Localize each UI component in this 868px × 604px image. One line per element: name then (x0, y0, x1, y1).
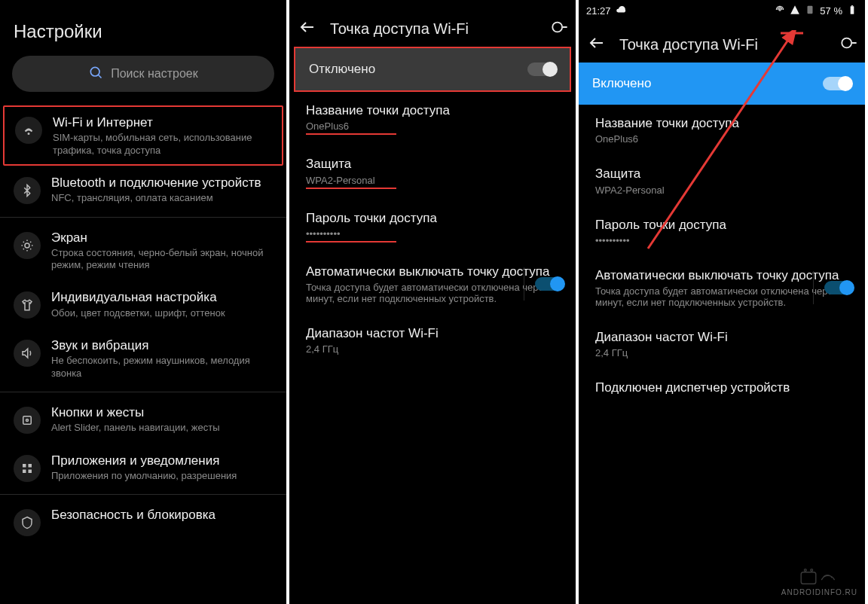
status-time: 21:27 (586, 5, 611, 17)
signal-icon (790, 5, 800, 17)
setting-row[interactable]: Подключен диспетчер устройств (579, 369, 865, 406)
settings-list: Wi-Fi и ИнтернетSIM-карты, мобильная сет… (0, 105, 286, 545)
setting-title: Диапазон частот Wi-Fi (595, 329, 848, 345)
svg-rect-15 (851, 5, 853, 6)
setting-title: Пароль точки доступа (306, 210, 559, 226)
item-subtitle: Обои, цвет подсветки, шрифт, оттенок (51, 307, 270, 319)
setting-value: WPA2-Personal (595, 185, 848, 196)
hotspot-settings-list: Название точки доступаOnePlus6ЗащитаWPA2… (289, 92, 576, 365)
setting-value: OnePlus6 (595, 133, 848, 145)
search-icon (88, 65, 103, 83)
hotspot-toggle[interactable] (823, 77, 851, 90)
settings-item-apps[interactable]: Приложения и уведомленияПриложения по ум… (0, 444, 286, 492)
setting-title: Диапазон частот Wi-Fi (306, 325, 559, 341)
svg-point-4 (26, 419, 29, 421)
auto-off-toggle[interactable] (824, 281, 853, 294)
svg-rect-6 (29, 464, 32, 468)
item-subtitle: Строка состояния, черно-белый экран, ноч… (51, 247, 270, 272)
cloud-icon (616, 5, 626, 17)
svg-point-2 (25, 243, 29, 248)
buttons-icon (14, 407, 41, 434)
apps-icon (14, 455, 41, 482)
battery-text: 57 % (820, 5, 842, 17)
svg-rect-3 (23, 416, 32, 425)
search-placeholder: Поиск настроек (111, 67, 198, 81)
setting-title: Название точки доступа (595, 115, 848, 131)
item-title: Wi-Fi и Интернет (53, 115, 268, 130)
appbar: Точка доступа Wi-Fi (579, 23, 865, 63)
setting-row[interactable]: ЗащитаWPA2-Personal (289, 145, 576, 199)
item-title: Индивидуальная настройка (51, 290, 270, 305)
appbar-title: Точка доступа Wi-Fi (619, 36, 826, 53)
search-wrap: Поиск настроек (0, 56, 286, 105)
settings-item-wifi[interactable]: Wi-Fi и ИнтернетSIM-карты, мобильная сет… (5, 107, 282, 164)
svg-point-0 (91, 67, 100, 76)
svg-point-22 (805, 569, 807, 572)
setting-row[interactable]: Название точки доступаOnePlus6 (579, 105, 865, 155)
setting-row[interactable]: Автоматически выключать точку доступаТоч… (289, 253, 576, 315)
settings-item-brightness[interactable]: ЭкранСтрока состояния, черно-белый экран… (0, 221, 286, 281)
svg-line-1 (99, 75, 102, 78)
svg-rect-21 (802, 572, 817, 584)
setting-row[interactable]: Пароль точки доступа•••••••••• (289, 200, 576, 253)
settings-item-security[interactable]: Безопасность и блокировка (0, 498, 286, 545)
settings-item-buttons[interactable]: Кнопки и жестыAlert Slider, панель навиг… (0, 395, 286, 444)
search-icon[interactable] (839, 35, 856, 54)
hotspot-toggle[interactable] (527, 63, 556, 76)
svg-line-18 (852, 41, 857, 45)
svg-point-17 (840, 36, 854, 50)
hotspot-settings-list: Название точки доступаOnePlus6ЗащитаWPA2… (579, 105, 865, 407)
svg-point-23 (811, 569, 813, 572)
settings-item-bluetooth[interactable]: Bluetooth и подключение устройствNFC, тр… (0, 166, 286, 214)
appbar-title: Точка доступа Wi-Fi (330, 20, 536, 38)
settings-item-shirt[interactable]: Индивидуальная настройкаОбои, цвет подсв… (0, 280, 286, 328)
hotspot-toggle-row[interactable]: Включено (579, 63, 865, 105)
item-title: Безопасность и блокировка (51, 508, 270, 523)
search-icon[interactable] (550, 19, 567, 38)
item-title: Приложения и уведомления (51, 453, 270, 468)
setting-value: 2,4 ГГц (306, 343, 559, 355)
panel-hotspot-on: 21:27 57 % Точка доступа Wi-Fi Включено … (579, 0, 868, 604)
back-icon[interactable] (588, 34, 606, 55)
setting-title: Пароль точки доступа (595, 217, 848, 233)
settings-item-sound[interactable]: Звук и вибрацияНе беспокоить, режим науш… (0, 328, 286, 389)
setting-row[interactable]: Диапазон частот Wi-Fi2,4 ГГц (579, 319, 865, 369)
item-subtitle: NFC, трансляция, оплата касанием (51, 192, 270, 204)
hotspot-toggle-row[interactable]: Отключено (294, 47, 571, 92)
setting-value: •••••••••• (306, 228, 559, 239)
setting-row[interactable]: Название точки доступаOnePlus6 (289, 92, 576, 145)
setting-row[interactable]: Пароль точки доступа•••••••••• (579, 206, 865, 257)
hotspot-icon (775, 5, 785, 17)
item-title: Bluetooth и подключение устройств (51, 175, 270, 191)
setting-row[interactable]: ЗащитаWPA2-Personal (579, 155, 865, 206)
page-title: Настройки (0, 0, 286, 56)
toggle-label: Включено (592, 76, 651, 91)
sound-icon (14, 340, 41, 367)
svg-line-11 (563, 25, 567, 29)
setting-value: 2,4 ГГц (595, 347, 848, 358)
toggle-label: Отключено (309, 62, 375, 77)
setting-row[interactable]: Диапазон частот Wi-Fi2,4 ГГц (289, 315, 576, 365)
svg-rect-5 (23, 464, 26, 468)
no-sim-icon (805, 5, 815, 17)
setting-title: Название точки доступа (306, 102, 559, 118)
item-subtitle: SIM-карты, мобильная сеть, использование… (53, 132, 268, 157)
setting-title: Защита (306, 156, 559, 172)
svg-point-10 (551, 20, 564, 34)
brightness-icon (14, 232, 41, 259)
auto-off-toggle[interactable] (535, 277, 564, 291)
item-subtitle: Alert Slider, панель навигации, жесты (51, 422, 270, 434)
setting-row[interactable]: Автоматически выключать точку доступаТоч… (579, 257, 865, 319)
search-input[interactable]: Поиск настроек (12, 56, 274, 92)
watermark: ANDROIDINFO.RU (781, 564, 857, 596)
back-icon[interactable] (298, 18, 316, 39)
wifi-icon (15, 117, 42, 144)
setting-title: Подключен диспетчер устройств (595, 380, 848, 395)
watermark-text: ANDROIDINFO.RU (781, 588, 857, 596)
shirt-icon (14, 291, 41, 319)
svg-rect-13 (808, 6, 813, 14)
annotation-underline (306, 241, 396, 243)
security-icon (14, 509, 41, 536)
battery-icon (847, 5, 857, 17)
annotation-underline (306, 188, 396, 189)
